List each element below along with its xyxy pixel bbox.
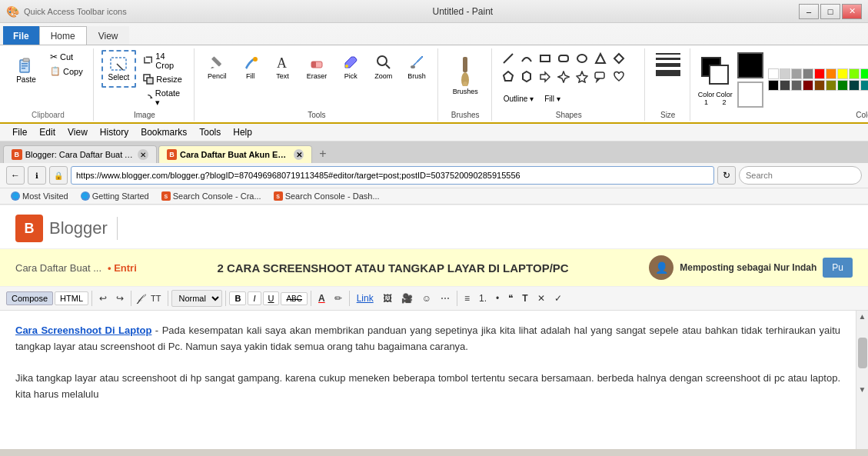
html-button[interactable]: HTML bbox=[55, 291, 88, 305]
font-size-button[interactable]: TT bbox=[147, 291, 165, 305]
swatch-red[interactable] bbox=[814, 68, 825, 79]
swatch-vdgray[interactable] bbox=[780, 80, 790, 91]
shape-star4[interactable] bbox=[555, 68, 572, 85]
size-medium[interactable] bbox=[656, 58, 680, 60]
scroll-down-arrow[interactable]: ▼ bbox=[859, 384, 866, 395]
cut-button[interactable]: ✂ Cut bbox=[46, 50, 87, 64]
shape-diamond[interactable] bbox=[610, 50, 627, 67]
swatch-olive[interactable] bbox=[826, 80, 836, 91]
swatch-brown[interactable] bbox=[814, 80, 825, 91]
indent-button[interactable]: T bbox=[518, 291, 531, 306]
bookmark-most-visited[interactable]: 🌐 Most Visited bbox=[6, 191, 73, 201]
swatch-lgreen[interactable] bbox=[849, 68, 860, 79]
shape-arrow[interactable] bbox=[537, 68, 554, 85]
minimize-button[interactable]: – bbox=[799, 4, 819, 19]
swatch-mgray[interactable] bbox=[791, 68, 802, 79]
quote-button[interactable]: ❝ bbox=[504, 291, 517, 306]
shape-hexagon[interactable] bbox=[518, 68, 535, 85]
select-button[interactable]: Select bbox=[101, 50, 137, 88]
swatch-lgray[interactable] bbox=[780, 68, 790, 79]
menu-edit[interactable]: Edit bbox=[33, 125, 62, 139]
eyedropper-button[interactable]: Pick bbox=[337, 50, 364, 84]
tab-home[interactable]: Home bbox=[39, 26, 87, 45]
brushes-button[interactable]: Brushes bbox=[446, 50, 485, 101]
shape-star5[interactable] bbox=[574, 68, 590, 85]
menu-tools[interactable]: Tools bbox=[193, 125, 227, 139]
bullet-button[interactable]: • bbox=[492, 291, 503, 306]
scroll-up-arrow[interactable]: ▲ bbox=[859, 311, 866, 322]
tab-close-0[interactable]: ✕ bbox=[138, 149, 148, 160]
editor-content[interactable]: Cara Screenshoot Di Laptop - Pada kesemp… bbox=[0, 311, 856, 449]
active-color-black[interactable] bbox=[737, 52, 763, 78]
fill-button[interactable]: Fill bbox=[237, 50, 264, 84]
tab-close-1[interactable]: ✕ bbox=[294, 149, 304, 160]
size-thick[interactable] bbox=[656, 63, 680, 67]
menu-view[interactable]: View bbox=[62, 125, 94, 139]
number-button[interactable]: 1. bbox=[475, 291, 491, 306]
outline-button[interactable]: Outline ▾ bbox=[500, 93, 537, 105]
fill-shape-button[interactable]: Fill ▾ bbox=[540, 93, 564, 105]
shape-roundrect[interactable] bbox=[555, 50, 572, 67]
check-button[interactable]: ✓ bbox=[550, 291, 566, 306]
crop-button[interactable]: 14 Crop bbox=[139, 50, 188, 72]
copy-button[interactable]: 📋 Copy bbox=[46, 65, 87, 78]
undo-button[interactable]: ↩ bbox=[95, 291, 111, 306]
brush-button[interactable]: Brush bbox=[402, 50, 431, 84]
text-button[interactable]: A Text bbox=[269, 50, 297, 84]
scroll-thumb[interactable] bbox=[858, 338, 867, 368]
url-bar[interactable] bbox=[71, 166, 714, 185]
swatch-black[interactable] bbox=[768, 80, 779, 91]
swatch-dgray[interactable] bbox=[803, 68, 813, 79]
color-2-swatch[interactable] bbox=[709, 65, 729, 85]
strikethrough-button[interactable]: ABC bbox=[281, 292, 308, 305]
magnify-button[interactable]: Zoom bbox=[369, 50, 397, 84]
new-tab-button[interactable]: + bbox=[314, 145, 332, 163]
shape-pentagon[interactable] bbox=[500, 68, 517, 85]
close-button[interactable]: ✕ bbox=[842, 4, 862, 19]
emoji-button[interactable]: ☺ bbox=[418, 291, 435, 306]
active-color-white[interactable] bbox=[737, 82, 763, 108]
bookmark-getting-started[interactable]: 🌐 Getting Started bbox=[76, 191, 154, 201]
shape-heart[interactable] bbox=[610, 68, 627, 85]
shape-triangle[interactable] bbox=[592, 50, 609, 67]
back-button[interactable]: ← bbox=[6, 166, 25, 185]
underline-button[interactable]: U bbox=[263, 291, 280, 305]
link-button[interactable]: Link bbox=[353, 291, 377, 306]
swatch-dgreen[interactable] bbox=[837, 80, 848, 91]
swatch-yellow[interactable] bbox=[837, 68, 848, 79]
maximize-button[interactable]: □ bbox=[820, 4, 840, 19]
redo-button[interactable]: ↪ bbox=[112, 291, 128, 306]
shape-curve[interactable] bbox=[518, 50, 535, 67]
pencil-button[interactable]: Pencil bbox=[202, 50, 232, 84]
bold-button[interactable]: B bbox=[229, 291, 246, 305]
clear-format-button[interactable]: ✕ bbox=[534, 291, 549, 306]
paste-button[interactable]: Paste bbox=[9, 50, 43, 89]
size-very-thick[interactable] bbox=[656, 70, 680, 76]
bookmark-search-console-1[interactable]: S Search Console - Cra... bbox=[157, 191, 266, 201]
eraser-button[interactable]: Eraser bbox=[301, 50, 333, 84]
swatch-teal2[interactable] bbox=[860, 80, 868, 91]
rotate-button[interactable]: Rotate ▾ bbox=[139, 87, 188, 109]
shape-callout[interactable] bbox=[592, 68, 609, 85]
paragraph-style-select[interactable]: Normal bbox=[171, 290, 222, 307]
browser-tab-1[interactable]: B Cara Daftar Buat Akun Emai... ✕ bbox=[158, 145, 312, 163]
search-bar[interactable] bbox=[739, 166, 862, 185]
menu-file[interactable]: File bbox=[6, 125, 33, 139]
menu-bookmarks[interactable]: Bookmarks bbox=[135, 125, 193, 139]
refresh-button[interactable]: ↻ bbox=[717, 166, 736, 185]
swatch-maroon[interactable] bbox=[803, 80, 813, 91]
compose-button[interactable]: Compose bbox=[6, 291, 53, 305]
swatch-dgray2[interactable] bbox=[791, 80, 802, 91]
video-button[interactable]: 🎥 bbox=[397, 291, 417, 306]
font-color-button[interactable]: A bbox=[314, 291, 329, 306]
content-link[interactable]: Cara Screenshoot Di Laptop bbox=[15, 325, 151, 336]
menu-history[interactable]: History bbox=[94, 125, 135, 139]
shape-rect[interactable] bbox=[537, 50, 554, 67]
image-button[interactable]: 🖼 bbox=[379, 291, 396, 306]
more-button[interactable]: ⋯ bbox=[437, 291, 454, 306]
tab-view[interactable]: View bbox=[87, 26, 130, 45]
swatch-green[interactable] bbox=[860, 68, 868, 79]
browser-tab-0[interactable]: B Blogger: Cara Daftar Buat A... ✕ bbox=[3, 145, 157, 163]
info-button[interactable]: ℹ bbox=[28, 166, 46, 185]
swatch-white[interactable] bbox=[768, 68, 779, 79]
